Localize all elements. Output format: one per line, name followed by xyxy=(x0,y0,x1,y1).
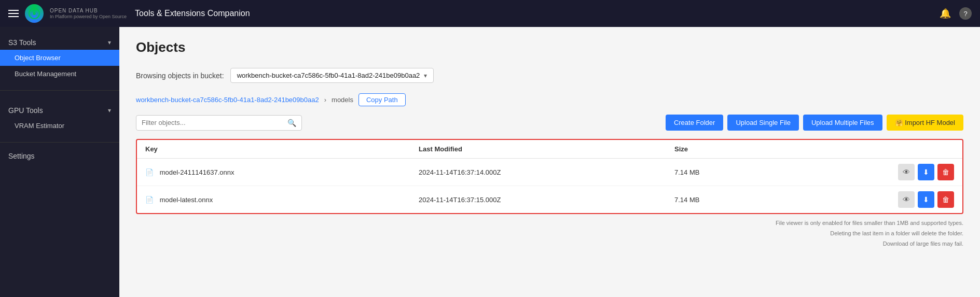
sidebar-divider-2 xyxy=(0,142,119,143)
objects-table-wrapper: Key Last Modified Size 📄 model-241114163… xyxy=(136,139,963,214)
bucket-row: Browsing objects in bucket: workbench-bu… xyxy=(136,68,963,83)
table-header-row: Key Last Modified Size xyxy=(137,140,962,159)
file-icon: 📄 xyxy=(145,168,154,176)
sidebar-item-label: Object Browser xyxy=(15,54,61,62)
help-icon[interactable]: ? xyxy=(959,7,972,20)
key-value: model-2411141637.onnx xyxy=(160,168,234,176)
app-title: Tools & Extensions Companion xyxy=(135,9,250,18)
sidebar-item-object-browser[interactable]: Object Browser xyxy=(0,50,119,66)
bucket-label: Browsing objects in bucket: xyxy=(136,72,224,80)
view-button[interactable]: 👁 xyxy=(898,164,915,180)
brand-open: OPEN DATA HUB xyxy=(50,8,127,14)
search-icon: 🔍 xyxy=(287,119,296,127)
cell-key: 📄 model-latest.onnx xyxy=(137,186,410,214)
hamburger-menu[interactable] xyxy=(8,10,19,17)
bucket-select[interactable]: workbench-bucket-ca7c586c-5fb0-41a1-8ad2… xyxy=(230,68,434,83)
page-title: Objects xyxy=(136,39,963,55)
brand: OPEN DATA HUB In Platform powered by Ope… xyxy=(50,8,127,20)
sidebar-item-settings[interactable]: Settings xyxy=(0,147,119,165)
cell-modified: 2024-11-14T16:37:15.000Z xyxy=(410,186,666,214)
filter-box: 🔍 xyxy=(136,115,302,131)
table-row: 📄 model-latest.onnx 2024-11-14T16:37:15.… xyxy=(137,186,962,214)
bucket-name: workbench-bucket-ca7c586c-5fb0-41a1-8ad2… xyxy=(237,72,420,79)
view-button[interactable]: 👁 xyxy=(898,191,915,208)
create-folder-button[interactable]: Create Folder xyxy=(666,115,723,131)
breadcrumb-bucket-link[interactable]: workbench-bucket-ca7c586c-5fb0-41a1-8ad2… xyxy=(136,96,319,104)
gpu-chevron-icon: ▾ xyxy=(108,107,111,114)
action-row: 🔍 Create Folder Upload Single File Uploa… xyxy=(136,115,963,131)
gpu-section: GPU Tools ▾ VRAM Estimator xyxy=(0,95,119,138)
col-modified: Last Modified xyxy=(410,140,666,159)
s3-tools-header[interactable]: S3 Tools ▾ xyxy=(0,35,119,50)
cell-actions: 👁 ⬇ 🗑 xyxy=(774,159,962,186)
breadcrumb: workbench-bucket-ca7c586c-5fb0-41a1-8ad2… xyxy=(136,93,963,106)
download-button[interactable]: ⬇ xyxy=(918,164,934,180)
main-content: Objects Browsing objects in bucket: work… xyxy=(119,27,980,297)
gpu-tools-header[interactable]: GPU Tools ▾ xyxy=(0,103,119,118)
import-hf-button[interactable]: 🤗 Import HF Model xyxy=(887,115,963,131)
sidebar-divider xyxy=(0,90,119,91)
cell-size: 7.14 MB xyxy=(666,159,774,186)
header-right: 🔔 ? xyxy=(940,7,972,20)
footer-note: File viewer is only enabled for files sm… xyxy=(136,218,963,229)
upload-multiple-button[interactable]: Upload Multiple Files xyxy=(803,115,882,131)
bucket-chevron-icon: ▾ xyxy=(424,72,427,79)
sidebar-item-label: VRAM Estimator xyxy=(15,122,64,130)
copy-path-button[interactable]: Copy Path xyxy=(358,93,406,106)
sidebar-item-bucket-management[interactable]: Bucket Management xyxy=(0,66,119,82)
breadcrumb-folder: models xyxy=(332,96,353,104)
col-key: Key xyxy=(137,140,410,159)
notification-icon[interactable]: 🔔 xyxy=(940,8,951,19)
s3-section: S3 Tools ▾ Object Browser Bucket Managem… xyxy=(0,27,119,86)
download-button[interactable]: ⬇ xyxy=(918,191,934,208)
sidebar: S3 Tools ▾ Object Browser Bucket Managem… xyxy=(0,27,119,297)
cell-size: 7.14 MB xyxy=(666,186,774,214)
col-actions xyxy=(774,140,962,159)
objects-table: Key Last Modified Size 📄 model-241114163… xyxy=(137,140,962,213)
cell-key: 📄 model-2411141637.onnx xyxy=(137,159,410,186)
s3-tools-label: S3 Tools xyxy=(8,38,36,47)
sidebar-item-vram-estimator[interactable]: VRAM Estimator xyxy=(0,118,119,134)
settings-label: Settings xyxy=(8,152,35,160)
layout: S3 Tools ▾ Object Browser Bucket Managem… xyxy=(0,27,980,297)
footer-notes: File viewer is only enabled for files sm… xyxy=(136,218,963,249)
logo-icon xyxy=(25,4,44,23)
app-header: OPEN DATA HUB In Platform powered by Ope… xyxy=(0,0,980,27)
brand-sub: In Platform powered by Open Source xyxy=(50,14,127,20)
s3-chevron-icon: ▾ xyxy=(108,39,111,46)
header-left: OPEN DATA HUB In Platform powered by Ope… xyxy=(8,4,250,23)
table-row: 📄 model-2411141637.onnx 2024-11-14T16:37… xyxy=(137,159,962,186)
footer-note: Download of large files may fail. xyxy=(136,239,963,249)
upload-single-button[interactable]: Upload Single File xyxy=(727,115,799,131)
breadcrumb-separator: › xyxy=(324,96,326,104)
sidebar-item-label: Bucket Management xyxy=(15,70,76,78)
footer-note: Deleting the last item in a folder will … xyxy=(136,229,963,239)
row-actions: 👁 ⬇ 🗑 xyxy=(782,191,954,208)
cell-actions: 👁 ⬇ 🗑 xyxy=(774,186,962,214)
col-size: Size xyxy=(666,140,774,159)
svg-point-1 xyxy=(33,12,36,15)
key-value: model-latest.onnx xyxy=(160,196,213,204)
gpu-tools-label: GPU Tools xyxy=(8,106,43,115)
row-actions: 👁 ⬇ 🗑 xyxy=(782,164,954,180)
filter-input[interactable] xyxy=(142,119,283,126)
file-icon: 📄 xyxy=(145,196,154,204)
action-buttons: Create Folder Upload Single File Upload … xyxy=(666,115,963,131)
delete-button[interactable]: 🗑 xyxy=(937,164,954,180)
cell-modified: 2024-11-14T16:37:14.000Z xyxy=(410,159,666,186)
delete-button[interactable]: 🗑 xyxy=(937,191,954,208)
